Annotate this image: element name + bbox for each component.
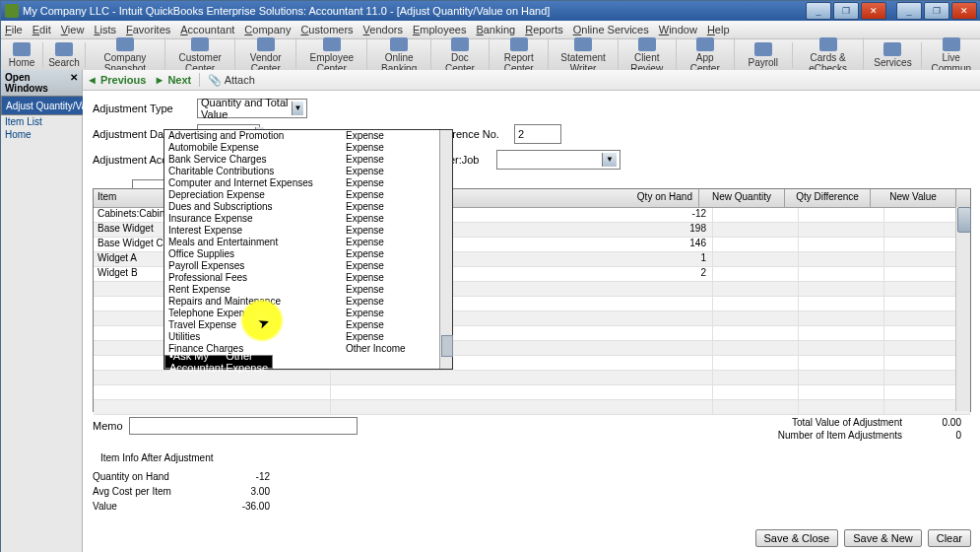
- tb-home[interactable]: Home: [1, 42, 43, 68]
- menu-employees[interactable]: Employees: [413, 24, 466, 35]
- account-option[interactable]: Dues and SubscriptionsExpense: [164, 201, 452, 213]
- record-nav-bar: ◄ Previous ► Next 📎 Attach: [83, 70, 980, 91]
- maximize-inner-button[interactable]: ❐: [833, 2, 859, 20]
- tb-vendor-center[interactable]: Vendor Center: [235, 37, 296, 74]
- account-dropdown-list[interactable]: Advertising and PromotionExpenseAutomobi…: [163, 129, 453, 370]
- grid-scrollbar[interactable]: [955, 207, 970, 411]
- col-new-quantity[interactable]: New Quantity: [699, 189, 785, 207]
- account-option[interactable]: Repairs and MaintenanceExpense: [164, 296, 452, 308]
- account-option[interactable]: Travel ExpenseExpense: [164, 319, 452, 331]
- grid-row[interactable]: [94, 400, 970, 415]
- menu-customers[interactable]: Customers: [300, 24, 353, 35]
- menu-company[interactable]: Company: [244, 24, 291, 35]
- customer-job-select[interactable]: ▼: [496, 150, 621, 170]
- tb-employee-center[interactable]: Employee Center: [296, 37, 367, 74]
- num-adj-label: Number of Item Adjustments: [745, 430, 902, 441]
- num-adj: 0: [922, 430, 961, 441]
- tb-payroll[interactable]: Payroll: [735, 42, 793, 68]
- tb-app-center[interactable]: App Center: [677, 37, 735, 74]
- grid-row[interactable]: [94, 385, 970, 400]
- menu-online-services[interactable]: Online Services: [573, 24, 649, 35]
- menu-banking[interactable]: Banking: [476, 24, 515, 35]
- menu-file[interactable]: File: [5, 24, 23, 35]
- tb-cards-echecks[interactable]: Cards & eChecks: [793, 37, 865, 74]
- open-windows-title: Open Windows: [5, 72, 70, 94]
- clear-button[interactable]: Clear: [928, 529, 971, 547]
- item-info-title: Item Info After Adjustment: [100, 452, 971, 463]
- menu-lists[interactable]: Lists: [94, 24, 116, 35]
- ref-no-input[interactable]: [514, 124, 561, 144]
- col-qty-difference[interactable]: Qty Difference: [785, 189, 871, 207]
- account-option[interactable]: Bank Service ChargesExpense: [164, 154, 452, 166]
- account-option[interactable]: Computer and Internet ExpensesExpense: [164, 177, 452, 189]
- col-qty-on-hand[interactable]: Qty on Hand: [616, 189, 699, 207]
- close-inner-button[interactable]: ✕: [861, 2, 886, 20]
- prev-record-button[interactable]: ◄ Previous: [87, 74, 146, 86]
- account-option[interactable]: UtilitiesExpense: [164, 331, 452, 343]
- tb-live-commun[interactable]: Live Commun: [922, 37, 980, 74]
- account-option[interactable]: Insurance ExpenseExpense: [164, 213, 452, 225]
- menu-accountant[interactable]: Accountant: [180, 24, 234, 35]
- account-option[interactable]: Payroll ExpensesExpense: [164, 260, 452, 272]
- app-icon: [5, 4, 19, 18]
- avg-cost-label: Avg Cost per Item: [93, 486, 211, 497]
- chevron-down-icon: ▼: [602, 153, 617, 167]
- account-option[interactable]: Automobile ExpenseExpense: [164, 142, 452, 154]
- close-button[interactable]: ✕: [951, 2, 977, 20]
- value-label: Value: [93, 501, 211, 512]
- menu-reports[interactable]: Reports: [525, 24, 563, 35]
- col-new-value[interactable]: New Value: [871, 189, 956, 207]
- dropdown-scrollbar[interactable]: [439, 130, 452, 369]
- open-windows-panel: Open Windows ✕ Adjust Quantity/Val...Ite…: [1, 70, 83, 552]
- account-option[interactable]: Rent ExpenseExpense: [164, 284, 452, 296]
- account-option[interactable]: Depreciation ExpenseExpense: [164, 189, 452, 201]
- qty-on-hand-label: Quantity on Hand: [93, 471, 211, 482]
- memo-input[interactable]: [129, 417, 358, 435]
- menu-help[interactable]: Help: [707, 24, 730, 35]
- tb-doc-center[interactable]: Doc Center: [431, 37, 490, 74]
- minimize-inner-button[interactable]: _: [806, 2, 831, 20]
- panel-close-icon[interactable]: ✕: [70, 72, 78, 94]
- tb-customer-center[interactable]: Customer Center: [165, 37, 235, 74]
- save-new-button[interactable]: Save & New: [844, 529, 922, 547]
- titlebar: My Company LLC - Intuit QuickBooks Enter…: [1, 1, 980, 21]
- total-value-label: Total Value of Adjustment: [745, 417, 902, 428]
- qty-on-hand-value: -12: [211, 471, 270, 482]
- account-option[interactable]: Charitable ContributionsExpense: [164, 166, 452, 177]
- adjust-qty-form: ◄ Previous ► Next 📎 Attach Adjustment Ty…: [83, 70, 980, 552]
- tb-services[interactable]: Services: [864, 42, 922, 68]
- menu-window[interactable]: Window: [659, 24, 697, 35]
- main-toolbar: HomeSearchCompany SnapshotCustomer Cente…: [1, 39, 980, 72]
- maximize-button[interactable]: ❐: [924, 2, 949, 20]
- tb-search[interactable]: Search: [43, 42, 86, 68]
- open-window-item[interactable]: Item List: [1, 115, 82, 128]
- scrollbar-thumb[interactable]: [441, 335, 453, 357]
- tb-online-banking[interactable]: Online Banking: [367, 37, 431, 74]
- account-option[interactable]: Advertising and PromotionExpense: [164, 130, 452, 142]
- adj-type-select[interactable]: Quantity and Total Value▼: [197, 99, 307, 118]
- save-close-button[interactable]: Save & Close: [755, 529, 839, 547]
- app-window: My Company LLC - Intuit QuickBooks Enter…: [0, 0, 980, 552]
- account-option[interactable]: Interest ExpenseExpense: [164, 225, 452, 237]
- menu-edit[interactable]: Edit: [33, 24, 51, 35]
- menu-favorites[interactable]: Favorites: [126, 24, 170, 35]
- account-option[interactable]: •Ask My AccountantOther Expense: [164, 355, 273, 369]
- attach-button[interactable]: 📎 Attach: [208, 74, 255, 87]
- minimize-button[interactable]: _: [896, 2, 922, 20]
- menu-vendors[interactable]: Vendors: [363, 24, 403, 35]
- value-value: -36.00: [211, 501, 270, 512]
- scrollbar-thumb[interactable]: [957, 207, 971, 233]
- chevron-down-icon: ▼: [292, 102, 303, 115]
- account-option[interactable]: Professional FeesExpense: [164, 272, 452, 284]
- tb-statement-writer[interactable]: Statement Writer: [549, 37, 618, 74]
- tb-client-review[interactable]: Client Review: [619, 37, 677, 74]
- menu-view[interactable]: View: [61, 24, 85, 35]
- tb-report-center[interactable]: Report Center: [490, 37, 549, 74]
- window-title: My Company LLC - Intuit QuickBooks Enter…: [23, 5, 806, 17]
- account-option[interactable]: Office SuppliesExpense: [164, 248, 452, 260]
- open-window-item[interactable]: Home: [1, 128, 82, 141]
- account-option[interactable]: Telephone ExpenseExpense: [164, 308, 452, 319]
- tb-company-snapshot[interactable]: Company Snapshot: [86, 37, 165, 74]
- next-record-button[interactable]: ► Next: [154, 74, 191, 86]
- account-option[interactable]: Meals and EntertainmentExpense: [164, 237, 452, 248]
